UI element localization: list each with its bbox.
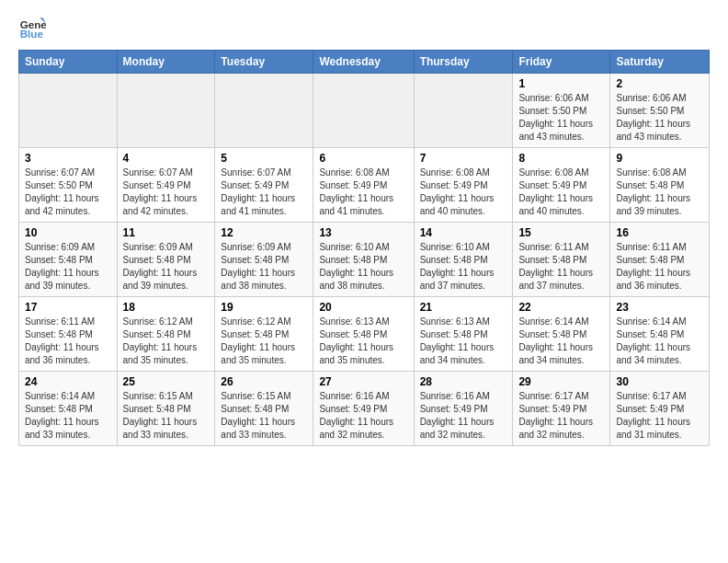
- calendar-cell: 1Sunrise: 6:06 AM Sunset: 5:50 PM Daylig…: [513, 74, 610, 148]
- day-header-saturday: Saturday: [610, 51, 710, 74]
- day-info: Sunrise: 6:09 AM Sunset: 5:48 PM Dayligh…: [221, 241, 307, 293]
- calendar-cell: 8Sunrise: 6:08 AM Sunset: 5:49 PM Daylig…: [513, 148, 610, 223]
- day-number: 30: [616, 375, 703, 388]
- calendar-week-row: 1Sunrise: 6:06 AM Sunset: 5:50 PM Daylig…: [19, 74, 710, 148]
- day-number: 7: [420, 152, 507, 165]
- day-info: Sunrise: 6:08 AM Sunset: 5:48 PM Dayligh…: [616, 167, 703, 218]
- day-number: 21: [420, 301, 507, 314]
- calendar-cell: [313, 74, 414, 148]
- calendar-cell: 18Sunrise: 6:12 AM Sunset: 5:48 PM Dayli…: [117, 297, 215, 372]
- day-info: Sunrise: 6:12 AM Sunset: 5:48 PM Dayligh…: [221, 316, 307, 367]
- calendar-cell: 21Sunrise: 6:13 AM Sunset: 5:48 PM Dayli…: [414, 297, 513, 372]
- day-number: 29: [518, 375, 604, 388]
- logo: General Blue: [18, 15, 50, 42]
- day-info: Sunrise: 6:16 AM Sunset: 5:49 PM Dayligh…: [319, 390, 407, 442]
- calendar-week-row: 10Sunrise: 6:09 AM Sunset: 5:48 PM Dayli…: [19, 223, 710, 297]
- day-info: Sunrise: 6:10 AM Sunset: 5:48 PM Dayligh…: [319, 241, 407, 293]
- day-info: Sunrise: 6:15 AM Sunset: 5:48 PM Dayligh…: [123, 390, 210, 442]
- day-number: 28: [420, 375, 507, 388]
- day-info: Sunrise: 6:11 AM Sunset: 5:48 PM Dayligh…: [25, 316, 111, 367]
- calendar-cell: [215, 74, 313, 148]
- calendar-cell: [117, 74, 215, 148]
- day-info: Sunrise: 6:08 AM Sunset: 5:49 PM Dayligh…: [420, 167, 507, 218]
- day-header-sunday: Sunday: [19, 51, 118, 74]
- calendar-cell: 25Sunrise: 6:15 AM Sunset: 5:48 PM Dayli…: [117, 372, 215, 446]
- calendar-cell: [414, 74, 513, 148]
- day-number: 18: [123, 301, 210, 314]
- calendar-cell: 23Sunrise: 6:14 AM Sunset: 5:48 PM Dayli…: [610, 297, 710, 372]
- day-number: 12: [221, 226, 307, 239]
- calendar-cell: 19Sunrise: 6:12 AM Sunset: 5:48 PM Dayli…: [215, 297, 313, 372]
- calendar-cell: 7Sunrise: 6:08 AM Sunset: 5:49 PM Daylig…: [414, 148, 513, 223]
- day-info: Sunrise: 6:08 AM Sunset: 5:49 PM Dayligh…: [319, 167, 407, 218]
- day-number: 26: [221, 375, 307, 388]
- calendar-header-row: SundayMondayTuesdayWednesdayThursdayFrid…: [19, 51, 710, 74]
- calendar-body: 1Sunrise: 6:06 AM Sunset: 5:50 PM Daylig…: [19, 74, 710, 446]
- calendar-cell: 10Sunrise: 6:09 AM Sunset: 5:48 PM Dayli…: [19, 223, 118, 297]
- day-info: Sunrise: 6:17 AM Sunset: 5:49 PM Dayligh…: [616, 390, 703, 442]
- day-info: Sunrise: 6:16 AM Sunset: 5:49 PM Dayligh…: [420, 390, 507, 442]
- calendar-week-row: 24Sunrise: 6:14 AM Sunset: 5:48 PM Dayli…: [19, 372, 710, 446]
- day-info: Sunrise: 6:06 AM Sunset: 5:50 PM Dayligh…: [518, 92, 604, 144]
- calendar-cell: 27Sunrise: 6:16 AM Sunset: 5:49 PM Dayli…: [313, 372, 414, 446]
- calendar-cell: 12Sunrise: 6:09 AM Sunset: 5:48 PM Dayli…: [215, 223, 313, 297]
- day-info: Sunrise: 6:10 AM Sunset: 5:48 PM Dayligh…: [420, 241, 507, 293]
- calendar-cell: 30Sunrise: 6:17 AM Sunset: 5:49 PM Dayli…: [610, 372, 710, 446]
- calendar-week-row: 3Sunrise: 6:07 AM Sunset: 5:50 PM Daylig…: [19, 148, 710, 223]
- day-number: 15: [518, 226, 604, 239]
- day-number: 2: [616, 77, 703, 90]
- day-info: Sunrise: 6:07 AM Sunset: 5:49 PM Dayligh…: [221, 167, 307, 218]
- day-info: Sunrise: 6:06 AM Sunset: 5:50 PM Dayligh…: [616, 92, 703, 144]
- calendar-cell: 13Sunrise: 6:10 AM Sunset: 5:48 PM Dayli…: [313, 223, 414, 297]
- calendar-cell: 6Sunrise: 6:08 AM Sunset: 5:49 PM Daylig…: [313, 148, 414, 223]
- day-info: Sunrise: 6:09 AM Sunset: 5:48 PM Dayligh…: [123, 241, 210, 293]
- day-info: Sunrise: 6:07 AM Sunset: 5:50 PM Dayligh…: [25, 167, 111, 218]
- calendar-cell: 4Sunrise: 6:07 AM Sunset: 5:49 PM Daylig…: [117, 148, 215, 223]
- calendar-cell: 28Sunrise: 6:16 AM Sunset: 5:49 PM Dayli…: [414, 372, 513, 446]
- day-info: Sunrise: 6:11 AM Sunset: 5:48 PM Dayligh…: [616, 241, 703, 293]
- day-info: Sunrise: 6:08 AM Sunset: 5:49 PM Dayligh…: [518, 167, 604, 218]
- calendar-cell: [19, 74, 118, 148]
- day-info: Sunrise: 6:11 AM Sunset: 5:48 PM Dayligh…: [518, 241, 604, 293]
- day-number: 17: [25, 301, 111, 314]
- day-info: Sunrise: 6:13 AM Sunset: 5:48 PM Dayligh…: [420, 316, 507, 367]
- day-info: Sunrise: 6:14 AM Sunset: 5:48 PM Dayligh…: [616, 316, 703, 367]
- day-info: Sunrise: 6:12 AM Sunset: 5:48 PM Dayligh…: [123, 316, 210, 367]
- day-number: 20: [319, 301, 407, 314]
- day-info: Sunrise: 6:09 AM Sunset: 5:48 PM Dayligh…: [25, 241, 111, 293]
- day-number: 23: [616, 301, 703, 314]
- day-number: 22: [518, 301, 604, 314]
- day-info: Sunrise: 6:17 AM Sunset: 5:49 PM Dayligh…: [518, 390, 604, 442]
- calendar-cell: 15Sunrise: 6:11 AM Sunset: 5:48 PM Dayli…: [513, 223, 610, 297]
- calendar-cell: 11Sunrise: 6:09 AM Sunset: 5:48 PM Dayli…: [117, 223, 215, 297]
- day-number: 24: [25, 375, 111, 388]
- day-header-wednesday: Wednesday: [313, 51, 414, 74]
- calendar-table: SundayMondayTuesdayWednesdayThursdayFrid…: [18, 50, 710, 446]
- day-number: 4: [123, 152, 210, 165]
- svg-text:Blue: Blue: [20, 28, 44, 40]
- page-header: General Blue: [18, 15, 710, 42]
- day-number: 6: [319, 152, 407, 165]
- day-header-monday: Monday: [117, 51, 215, 74]
- day-info: Sunrise: 6:14 AM Sunset: 5:48 PM Dayligh…: [518, 316, 604, 367]
- day-number: 14: [420, 226, 507, 239]
- calendar-cell: 24Sunrise: 6:14 AM Sunset: 5:48 PM Dayli…: [19, 372, 118, 446]
- day-info: Sunrise: 6:13 AM Sunset: 5:48 PM Dayligh…: [319, 316, 407, 367]
- day-info: Sunrise: 6:07 AM Sunset: 5:49 PM Dayligh…: [123, 167, 210, 218]
- calendar-cell: 26Sunrise: 6:15 AM Sunset: 5:48 PM Dayli…: [215, 372, 313, 446]
- calendar-cell: 29Sunrise: 6:17 AM Sunset: 5:49 PM Dayli…: [513, 372, 610, 446]
- calendar-cell: 3Sunrise: 6:07 AM Sunset: 5:50 PM Daylig…: [19, 148, 118, 223]
- calendar-cell: 2Sunrise: 6:06 AM Sunset: 5:50 PM Daylig…: [610, 74, 710, 148]
- calendar-cell: 17Sunrise: 6:11 AM Sunset: 5:48 PM Dayli…: [19, 297, 118, 372]
- day-info: Sunrise: 6:15 AM Sunset: 5:48 PM Dayligh…: [221, 390, 307, 442]
- day-number: 11: [123, 226, 210, 239]
- day-number: 10: [25, 226, 111, 239]
- day-header-friday: Friday: [513, 51, 610, 74]
- day-info: Sunrise: 6:14 AM Sunset: 5:48 PM Dayligh…: [25, 390, 111, 442]
- calendar-cell: 5Sunrise: 6:07 AM Sunset: 5:49 PM Daylig…: [215, 148, 313, 223]
- day-number: 27: [319, 375, 407, 388]
- calendar-cell: 9Sunrise: 6:08 AM Sunset: 5:48 PM Daylig…: [610, 148, 710, 223]
- day-number: 16: [616, 226, 703, 239]
- day-number: 19: [221, 301, 307, 314]
- calendar-cell: 14Sunrise: 6:10 AM Sunset: 5:48 PM Dayli…: [414, 223, 513, 297]
